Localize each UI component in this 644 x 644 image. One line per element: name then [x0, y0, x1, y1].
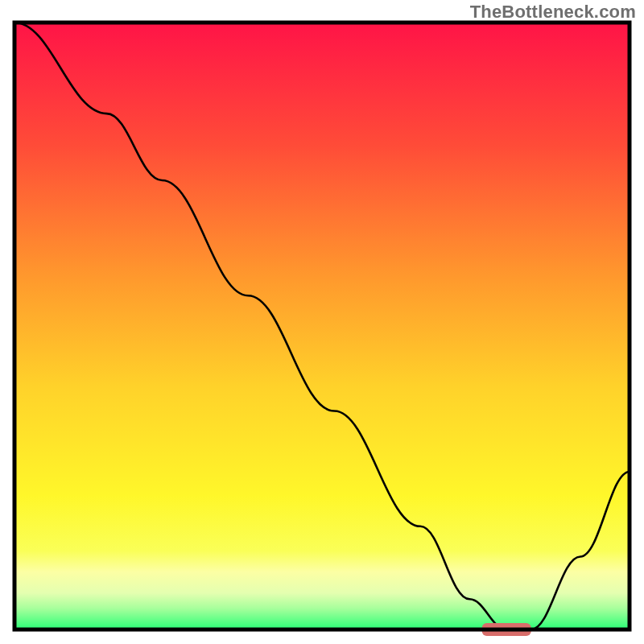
bottleneck-chart [0, 0, 644, 644]
chart-container: TheBottleneck.com [0, 0, 644, 644]
watermark-text: TheBottleneck.com [470, 2, 636, 23]
